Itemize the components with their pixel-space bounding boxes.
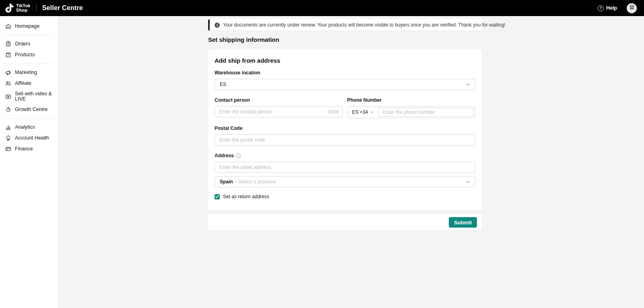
warehouse-location-value: ES [220,82,226,87]
shop-avatar[interactable] [627,3,637,13]
check-icon [215,195,219,198]
phone-country-code-select[interactable]: ES +34 [348,109,378,115]
sidebar-item-label: Growth Centre [15,107,47,112]
ship-from-address-card: Add ship from address Warehouse location… [208,50,482,210]
sidebar-item-label: Marketing [15,70,37,75]
return-address-checkbox[interactable] [215,194,220,199]
sidebar-item-homepage[interactable]: Homepage [0,21,58,32]
chevron-down-icon [466,83,470,86]
sidebar-divider [2,64,53,64]
megaphone-icon [5,70,11,76]
province-placeholder: Select a province [239,179,276,185]
help-icon: ? [598,5,604,11]
contact-person-label: Contact person [215,97,343,103]
sidebar-item-label: Products [15,52,35,57]
chevron-down-icon [370,111,374,113]
tiktok-note-icon [5,3,14,13]
warehouse-location-select[interactable]: ES [215,79,475,90]
province-country: Spain [220,179,233,185]
finance-card-icon [5,146,11,152]
review-notice-banner: i Your documents are currently under rev… [208,19,482,31]
sidebar-item-account-health[interactable]: Account Health [0,133,58,144]
top-header: TikTok Shop Seller Centre ? Help [0,0,644,16]
notice-text: Your documents are currently under revie… [223,22,506,28]
sidebar-item-finance[interactable]: Finance [0,144,58,154]
province-select[interactable]: Spain - Select a province [215,176,475,187]
phone-number-input[interactable] [378,108,474,117]
sidebar-item-label: Orders [15,41,30,47]
main-content: i Your documents are currently under rev… [58,16,644,308]
sidebar-item-label: Account Health [15,136,49,141]
submit-button[interactable]: Submit [449,217,477,228]
account-health-icon [5,135,11,141]
page-title: Set shipping information [208,36,482,43]
return-address-label: Set as return address [223,194,269,199]
sidebar-item-analytics[interactable]: Analytics [0,122,58,133]
form-footer-bar: Submit [208,214,482,230]
growth-stopwatch-icon [5,107,11,113]
help-label: Help [606,5,617,11]
sidebar-divider [2,118,53,119]
street-address-input[interactable] [215,162,475,173]
sidebar-item-label: Finance [15,146,33,152]
sidebar-item-label: Homepage [15,24,39,29]
address-help-icon[interactable]: ? [236,153,241,158]
address-label-text: Address [215,153,234,158]
app-title: Seller Centre [42,4,83,12]
contact-person-input[interactable] [215,106,343,117]
sidebar-item-label: Affiliate [15,81,31,86]
return-address-checkbox-row[interactable]: Set as return address [215,194,475,199]
phone-number-group: ES +34 [347,106,476,118]
tiktok-shop-logo[interactable]: TikTok Shop [5,3,31,13]
sidebar-item-sell-with-video-live[interactable]: Sell with video & LIVE [0,89,58,104]
home-icon [5,23,11,29]
phone-number-label: Phone Number [347,97,476,103]
products-icon [5,52,11,58]
brand-text: TikTok Shop [16,4,31,12]
province-separator: - [235,179,237,185]
affiliate-people-icon [5,80,11,86]
postal-code-label: Postal Code [215,125,475,131]
brand-line-2: Shop [16,8,31,12]
sidebar-item-label: Analytics [15,125,35,130]
orders-icon [5,41,11,47]
sidebar-nav: Homepage Orders Products [0,16,58,308]
sidebar-item-marketing[interactable]: Marketing [0,67,58,78]
phone-country-code-value: ES +34 [352,109,368,115]
warehouse-location-label: Warehouse location [215,70,475,76]
sidebar-item-affiliate[interactable]: Affiliate [0,78,58,89]
header-divider [36,5,37,11]
info-icon: i [215,23,220,28]
sidebar-item-growth-centre[interactable]: Growth Centre [0,104,58,115]
analytics-chart-icon [5,124,11,130]
sidebar-item-products[interactable]: Products [0,49,58,60]
section-title: Add ship from address [215,57,475,64]
sidebar-divider [2,35,53,35]
storefront-icon [629,4,635,12]
postal-code-input[interactable] [215,134,475,146]
sidebar-item-orders[interactable]: Orders [0,39,58,49]
chevron-down-icon [466,181,470,183]
sidebar-item-label: Sell with video & LIVE [15,91,54,102]
video-live-icon [5,94,11,100]
help-button[interactable]: ? Help [598,5,617,11]
address-label: Address ? [215,153,475,158]
